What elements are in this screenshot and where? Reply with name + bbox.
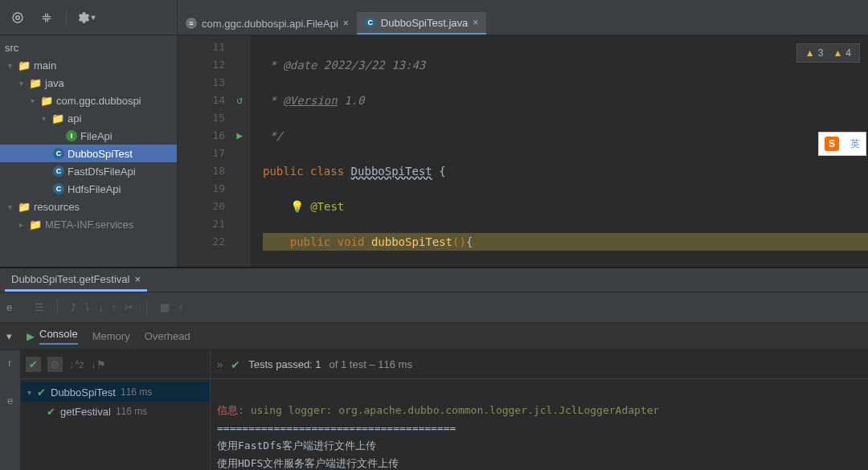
import-icon[interactable]: ⤵ bbox=[84, 301, 90, 313]
tree-dubbospitest[interactable]: CDubboSpiTest bbox=[0, 145, 177, 162]
test-root[interactable]: ▾✔DubboSpiTest116 ms bbox=[21, 382, 210, 402]
run-icon-toolbar: e ☰ ⤴ ⤵ ↓ ↑ ✂ ▦ ⫞ bbox=[0, 292, 868, 323]
grid-icon[interactable]: ▦ bbox=[160, 301, 170, 313]
console-tab-bar: ▾ ▶Console Memory Overhead bbox=[0, 323, 868, 350]
tab-overhead[interactable]: Overhead bbox=[145, 330, 190, 342]
export-icon[interactable]: ⤴ bbox=[71, 301, 76, 313]
code-editor[interactable]: 11 12 13 14↺ 15 16▶ 17 18 19 20 21 22 * … bbox=[178, 35, 868, 267]
target-icon[interactable] bbox=[5, 6, 31, 29]
run-icon: ▶ bbox=[27, 330, 35, 342]
align-icon[interactable]: ☰ bbox=[35, 301, 44, 313]
code-content[interactable]: * @date 2022/3/22 13:43 * @Version 1.0 *… bbox=[250, 35, 868, 267]
class-icon: C bbox=[365, 17, 376, 28]
test-status-bar: » ✔ Tests passed: 1 of 1 test – 116 ms bbox=[211, 350, 868, 379]
console-side-gutter: r e bbox=[0, 350, 21, 470]
check-icon: ✔ bbox=[231, 358, 240, 371]
download-icon[interactable]: ↓ bbox=[98, 301, 104, 313]
gutter[interactable]: 11 12 13 14↺ 15 16▶ 17 18 19 20 21 22 bbox=[178, 35, 250, 267]
bulb-icon[interactable]: 💡 bbox=[290, 200, 304, 213]
tree-pkg[interactable]: ▾📁com.ggc.dubbospi bbox=[0, 92, 177, 109]
test-child[interactable]: ✔getFestival116 ms bbox=[21, 402, 210, 421]
left-label: e bbox=[6, 301, 12, 313]
interface-icon: I bbox=[66, 130, 77, 141]
test-tree-panel: ✔ ⊘ ↓ᴬz ↓⚑ ▾✔DubboSpiTest116 ms ✔getFest… bbox=[21, 350, 211, 470]
tree-src[interactable]: src bbox=[0, 39, 177, 56]
close-icon[interactable]: × bbox=[134, 273, 141, 285]
editor-tabs: ≡com.ggc.dubbospi.api.FileApi× CDubboSpi… bbox=[178, 0, 868, 35]
tree-fastdfs[interactable]: CFastDfsFileApi bbox=[0, 162, 177, 180]
class-icon: C bbox=[53, 148, 64, 159]
tab-fileapi[interactable]: ≡com.ggc.dubbospi.api.FileApi× bbox=[178, 12, 357, 35]
sort-icon[interactable]: ↓ᴬz bbox=[69, 358, 84, 370]
ime-toolbar[interactable]: S 英 bbox=[818, 132, 866, 156]
label-e: e bbox=[7, 394, 13, 407]
close-icon[interactable]: × bbox=[343, 18, 349, 29]
ime-lang[interactable]: 英 bbox=[850, 137, 860, 151]
chevron-down-icon[interactable]: ▾ bbox=[6, 330, 12, 342]
sogou-icon: S bbox=[825, 137, 839, 151]
project-sidebar: ▼ src ▾📁main ▾📁java ▾📁com.ggc.dubbospi ▾… bbox=[0, 0, 178, 267]
warning-icon: ▲ bbox=[805, 47, 815, 59]
svg-point-0 bbox=[13, 13, 23, 22]
inspection-widget[interactable]: ▲3 ▲4 bbox=[796, 43, 860, 63]
tests-total-label: of 1 test – 116 ms bbox=[330, 358, 412, 370]
tree-resources[interactable]: ▾📁resources bbox=[0, 198, 177, 215]
class-icon: C bbox=[53, 183, 64, 194]
tab-memory[interactable]: Memory bbox=[92, 330, 130, 342]
upload-icon[interactable]: ↑ bbox=[112, 301, 117, 313]
file-icon: ≡ bbox=[186, 18, 197, 29]
gear-icon[interactable]: ▼ bbox=[73, 6, 99, 29]
check-icon[interactable]: ✔ bbox=[26, 357, 41, 372]
tree-metainf[interactable]: ▸📁META-INF.services bbox=[0, 215, 177, 233]
block-icon[interactable]: ⊘ bbox=[47, 357, 63, 372]
tree-api[interactable]: ▾📁api bbox=[0, 109, 177, 127]
tree-hdfs[interactable]: CHdfsFileApi bbox=[0, 180, 177, 198]
layout-icon[interactable]: ⫞ bbox=[178, 301, 183, 313]
class-icon: C bbox=[53, 166, 64, 177]
tree-fileapi[interactable]: IFileApi bbox=[0, 127, 177, 145]
run-test-icon[interactable]: ▶ bbox=[236, 127, 243, 145]
close-icon[interactable]: × bbox=[473, 17, 478, 28]
filter-icon[interactable]: ↓⚑ bbox=[91, 358, 106, 370]
tree-main[interactable]: ▾📁main bbox=[0, 56, 177, 74]
expand-all-icon[interactable] bbox=[34, 6, 59, 29]
chevrons-icon[interactable]: » bbox=[217, 358, 223, 370]
run-tab[interactable]: DubboSpiTest.getFestival × bbox=[5, 269, 147, 292]
pin-icon[interactable]: ✂ bbox=[125, 301, 133, 313]
tests-passed-label: Tests passed: 1 bbox=[248, 358, 321, 370]
console-output[interactable]: 信息: using logger: org.apache.dubbo.commo… bbox=[211, 379, 868, 470]
project-tree[interactable]: src ▾📁main ▾📁java ▾📁com.ggc.dubbospi ▾📁a… bbox=[0, 35, 177, 267]
run-tool-window: DubboSpiTest.getFestival × e ☰ ⤴ ⤵ ↓ ↑ ✂… bbox=[0, 268, 868, 470]
label-r: r bbox=[8, 357, 11, 369]
svg-point-1 bbox=[16, 15, 20, 19]
tree-java[interactable]: ▾📁java bbox=[0, 74, 177, 92]
test-toolbar: ✔ ⊘ ↓ᴬz ↓⚑ bbox=[21, 350, 210, 379]
warning-icon: ▲ bbox=[833, 47, 842, 59]
tab-console[interactable]: ▶Console bbox=[27, 328, 78, 345]
run-gutter-icon[interactable]: ↺ bbox=[236, 92, 243, 109]
tab-dubbospitest[interactable]: CDubboSpiTest.java× bbox=[357, 12, 486, 35]
project-toolbar: ▼ bbox=[0, 0, 177, 35]
